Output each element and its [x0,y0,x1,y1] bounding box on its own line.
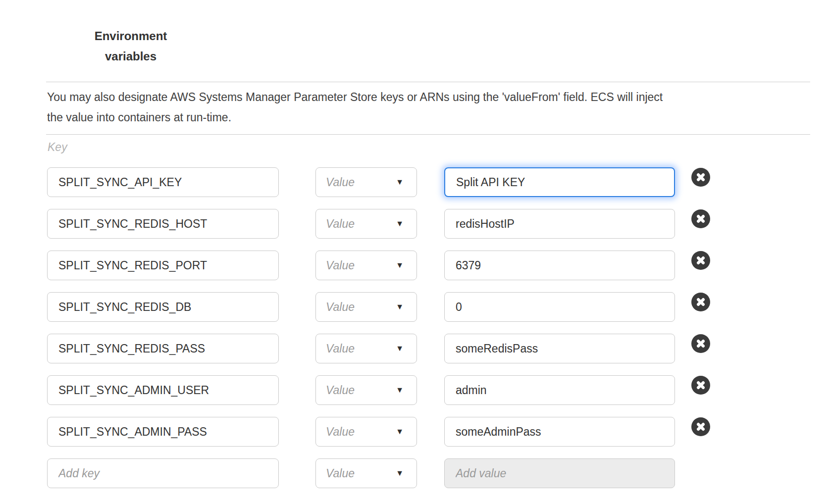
add-variable-row: Value ▼ [47,458,770,488]
chevron-down-icon: ▼ [396,386,404,394]
chevron-down-icon: ▼ [396,345,404,353]
close-icon [691,376,710,395]
remove-variable-button[interactable] [691,209,710,228]
value-type-dropdown[interactable]: Value ▼ [315,292,417,322]
chevron-down-icon: ▼ [396,220,404,228]
chevron-down-icon: ▼ [396,469,404,477]
value-type-dropdown[interactable]: Value ▼ [315,375,417,405]
env-value-input[interactable] [444,251,675,280]
remove-variable-button[interactable] [691,168,710,187]
key-column-header: Key [48,141,67,154]
close-icon [691,417,710,436]
value-type-selected-label: Value [326,384,355,397]
env-value-input[interactable] [444,167,675,197]
close-icon [691,293,710,311]
value-type-dropdown[interactable]: Value ▼ [315,458,417,488]
value-type-dropdown[interactable]: Value ▼ [315,209,417,239]
env-value-input[interactable] [444,334,675,363]
value-type-selected-label: Value [326,259,355,272]
hint-line-2: the value into containers at run-time. [47,107,775,128]
env-var-rows: Value ▼ Value ▼ Value ▼ Value [47,167,770,488]
remove-variable-button[interactable] [691,334,710,353]
env-key-input[interactable] [47,417,279,447]
close-icon [691,251,710,270]
env-var-row: Value ▼ [47,375,770,405]
remove-variable-button[interactable] [691,293,710,311]
env-key-input[interactable] [47,167,279,197]
env-var-row: Value ▼ [47,292,770,322]
env-var-row: Value ▼ [47,209,770,239]
env-value-input[interactable] [444,417,675,447]
env-var-row: Value ▼ [47,334,770,363]
env-key-input[interactable] [47,209,279,239]
env-var-row: Value ▼ [47,167,770,197]
remove-variable-button[interactable] [691,417,710,436]
add-value-input[interactable] [444,458,675,488]
env-value-input[interactable] [444,292,675,322]
chevron-down-icon: ▼ [396,261,404,269]
value-type-selected-label: Value [326,425,355,439]
value-type-selected-label: Value [326,217,355,231]
close-icon [691,168,710,187]
env-key-input[interactable] [47,292,279,322]
close-icon [691,209,710,228]
value-type-dropdown[interactable]: Value ▼ [315,334,417,363]
value-type-selected-label: Value [326,301,355,314]
chevron-down-icon: ▼ [396,178,404,186]
label-line-1: Environment [45,26,217,46]
chevron-down-icon: ▼ [396,303,404,311]
env-key-input[interactable] [47,334,279,363]
env-key-input[interactable] [47,375,279,405]
remove-variable-button[interactable] [691,251,710,270]
divider-top [46,82,810,82]
env-value-input[interactable] [444,375,675,405]
env-var-row: Value ▼ [47,417,770,447]
value-type-dropdown[interactable]: Value ▼ [315,251,417,280]
env-key-input[interactable] [47,251,279,280]
valuefrom-hint-text: You may also designate AWS Systems Manag… [47,87,775,128]
value-type-selected-label: Value [326,467,355,480]
env-var-row: Value ▼ [47,251,770,280]
environment-variables-label: Environment variables [45,26,217,66]
env-value-input[interactable] [444,209,675,239]
value-type-dropdown[interactable]: Value ▼ [315,167,417,197]
value-type-selected-label: Value [326,342,355,355]
environment-variables-section: Environment variables You may also desig… [0,0,831,504]
remove-variable-button[interactable] [691,376,710,395]
chevron-down-icon: ▼ [396,428,404,436]
divider-mid [46,134,810,135]
value-type-selected-label: Value [326,176,355,189]
add-key-input[interactable] [47,458,279,488]
label-line-2: variables [45,46,217,66]
close-icon [691,334,710,353]
value-type-dropdown[interactable]: Value ▼ [315,417,417,447]
hint-line-1: You may also designate AWS Systems Manag… [47,87,775,107]
